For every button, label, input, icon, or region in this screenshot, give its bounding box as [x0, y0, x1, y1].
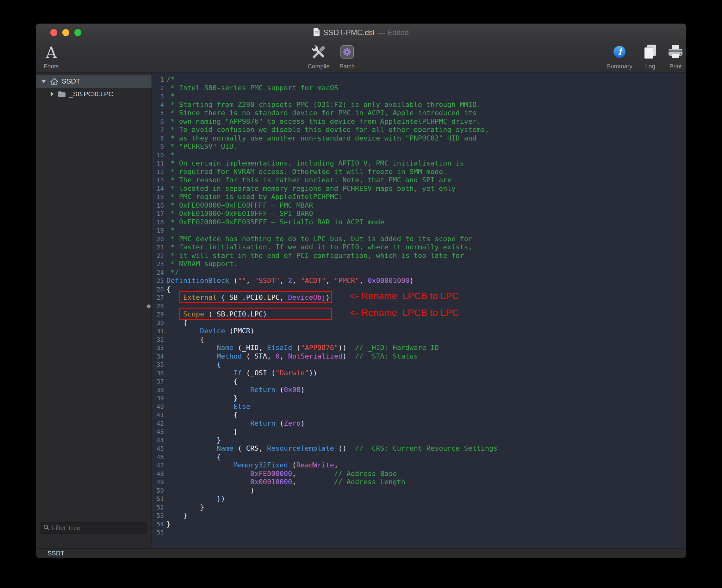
- code-text: If (_OSI ("Darwin")): [166, 369, 317, 378]
- code-line[interactable]: 18 * 0xFE020000~0xFE035FFF — SerialIo BA…: [152, 218, 686, 227]
- line-number: 11: [152, 159, 166, 168]
- line-number: 42: [152, 419, 166, 428]
- code-line[interactable]: 55: [152, 528, 686, 537]
- fonts-button[interactable]: A Fonts: [36, 43, 75, 70]
- line-number: 50: [152, 486, 166, 495]
- rename-annotation: <- Rename LPCB to LPC: [350, 292, 459, 300]
- code-line[interactable]: 23 * NVRAM support.: [152, 260, 686, 268]
- line-number: 37: [152, 377, 166, 386]
- code-line[interactable]: 4 * Starting from Z390 chipsets PMC (D31…: [152, 101, 686, 109]
- code-line[interactable]: 21 * faster initialisation. If we add it…: [152, 243, 686, 252]
- code-line[interactable]: 50 ): [152, 486, 686, 495]
- code-line[interactable]: 53 }: [152, 511, 686, 520]
- code-line[interactable]: 46 {: [152, 453, 686, 461]
- code-line[interactable]: 20 * PMC device has nothing to do to LPC…: [152, 235, 686, 244]
- code-line[interactable]: 27 External (_SB_.PCI0.LPC, DeviceObj)<-…: [152, 293, 686, 302]
- code-line[interactable]: 7 * To avoid confusion we disable this d…: [152, 126, 686, 134]
- line-number: 15: [152, 193, 166, 201]
- disclosure-down-icon[interactable]: [41, 80, 46, 83]
- code-line[interactable]: 52 }: [152, 503, 686, 512]
- code-line[interactable]: 41 {: [152, 411, 686, 419]
- code-text: * own naming "APP9876" to access this de…: [166, 118, 481, 126]
- code-line[interactable]: 34 Method (_STA, 0, NotSerialized) // _S…: [152, 352, 686, 361]
- code-line[interactable]: 2 * Intel 300-series PMC support for mac…: [152, 84, 686, 92]
- line-number: 4: [152, 101, 166, 109]
- title-bar[interactable]: SSDT-PMC.dsl — Edited: [36, 24, 686, 41]
- code-editor[interactable]: 1/*2 * Intel 300-series PMC support for …: [152, 72, 686, 548]
- filter-tree-field[interactable]: [40, 522, 147, 534]
- code-line[interactable]: 39 }: [152, 394, 686, 402]
- code-line[interactable]: 14 * located in separate memory regions …: [152, 185, 686, 193]
- info-icon: i: [613, 45, 627, 60]
- code-line[interactable]: 8 * as they normally use another non-sta…: [152, 134, 686, 143]
- code-text: * To avoid confusion we disable this dev…: [166, 126, 489, 134]
- code-line[interactable]: 19 *: [152, 226, 686, 235]
- code-line[interactable]: 22 * it will start in the end of PCI con…: [152, 252, 686, 260]
- line-number: 53: [152, 511, 166, 520]
- code-text: {: [166, 319, 187, 327]
- code-line[interactable]: 12 * required for NVRAM access. Otherwis…: [152, 168, 686, 176]
- code-line[interactable]: 32 {: [152, 335, 686, 344]
- patch-gear-icon: [339, 44, 355, 61]
- code-line[interactable]: 3 *: [152, 92, 686, 101]
- print-label: Print: [669, 63, 681, 70]
- code-text: * On certain implementations, including …: [166, 159, 464, 168]
- code-line[interactable]: 49 0x00010000, // Address Length: [152, 478, 686, 486]
- code-line[interactable]: 25DefinitionBlock ("", "SSDT", 2, "ACDT"…: [152, 277, 686, 285]
- code-line[interactable]: 35 {: [152, 360, 686, 369]
- code-line[interactable]: 45 Name (_CRS, ResourceTemplate () // _C…: [152, 444, 686, 453]
- line-number: 21: [152, 243, 166, 252]
- code-line[interactable]: 42 Return (Zero): [152, 419, 686, 428]
- code-line[interactable]: 43 }: [152, 427, 686, 436]
- code-line[interactable]: 11 * On certain implementations, includi…: [152, 159, 686, 168]
- code-line[interactable]: 5 * Since there is no standard device fo…: [152, 109, 686, 118]
- line-number: 14: [152, 185, 166, 193]
- line-number: 6: [152, 118, 166, 126]
- code-text: * 0xFE010000~0xFE010FFF — SPI BAR0: [166, 210, 313, 218]
- code-line[interactable]: 37 {: [152, 377, 686, 386]
- code-line[interactable]: 30 {: [152, 319, 686, 327]
- app-window: SSDT-PMC.dsl — Edited A Fonts: [36, 24, 686, 558]
- code-line[interactable]: 24 */: [152, 268, 686, 277]
- tree-item-label: SSDT: [62, 77, 80, 85]
- line-number: 51: [152, 495, 166, 503]
- print-button[interactable]: Print: [652, 43, 686, 70]
- window-title-edited-suffix: — Edited: [378, 28, 409, 37]
- document-icon: [313, 28, 320, 38]
- filter-tree-input[interactable]: [52, 524, 143, 532]
- code-line[interactable]: 36 If (_OSI ("Darwin")): [152, 369, 686, 378]
- code-line[interactable]: 31 Device (PMCR): [152, 327, 686, 335]
- code-line[interactable]: 16 * 0xFE000000~0xFE00FFFF — PMC MBAR: [152, 201, 686, 210]
- patch-button[interactable]: Patch: [323, 43, 371, 70]
- code-line[interactable]: 51 }): [152, 495, 686, 503]
- code-text: Scope (_SB.PCI0.LPC): [166, 310, 267, 319]
- code-line[interactable]: 17 * 0xFE010000~0xFE010FFF — SPI BAR0: [152, 210, 686, 218]
- code-text: Return (Zero): [166, 419, 305, 428]
- code-line[interactable]: 6 * own naming "APP9876" to access this …: [152, 118, 686, 126]
- code-line[interactable]: 38 Return (0x0B): [152, 386, 686, 394]
- disclosure-right-icon[interactable]: [50, 91, 54, 97]
- code-line[interactable]: 54}: [152, 520, 686, 528]
- fonts-icon: A: [46, 45, 57, 60]
- code-text: * 0xFE020000~0xFE035FFF — SerialIo BAR i…: [166, 218, 384, 227]
- code-line[interactable]: 15 * PMC region is used by AppleIntelPCH…: [152, 193, 686, 201]
- tree-item-ssdt[interactable]: SSDT: [36, 75, 152, 88]
- code-line[interactable]: 1/*: [152, 75, 686, 84]
- tree-item-sb-pci0-lpc[interactable]: _SB.PCI0.LPC: [36, 88, 152, 100]
- code-text: * faster initialisation. If we add it to…: [166, 243, 472, 252]
- line-number: 2: [152, 84, 166, 92]
- line-number: 24: [152, 268, 166, 277]
- code-line[interactable]: 29 Scope (_SB.PCI0.LPC)<- Rename LPCB to…: [152, 310, 686, 319]
- code-line[interactable]: 33 Name (_HID, EisaId ("APP9876")) // _H…: [152, 344, 686, 352]
- code-line[interactable]: 47 Memory32Fixed (ReadWrite,: [152, 461, 686, 470]
- home-icon: [50, 78, 59, 85]
- code-line[interactable]: 10 *: [152, 151, 686, 160]
- line-number: 44: [152, 436, 166, 445]
- code-line[interactable]: 13 * The reason for this is rather uncle…: [152, 176, 686, 185]
- code-line[interactable]: 40 Else: [152, 402, 686, 411]
- code-area: 1/*2 * Intel 300-series PMC support for …: [152, 75, 686, 537]
- code-line[interactable]: 44 }: [152, 436, 686, 445]
- code-line[interactable]: 48 0xFE000000, // Address Base: [152, 470, 686, 478]
- code-line[interactable]: 9 * "PCHRESV" UID.: [152, 142, 686, 151]
- code-text: }: [166, 520, 171, 528]
